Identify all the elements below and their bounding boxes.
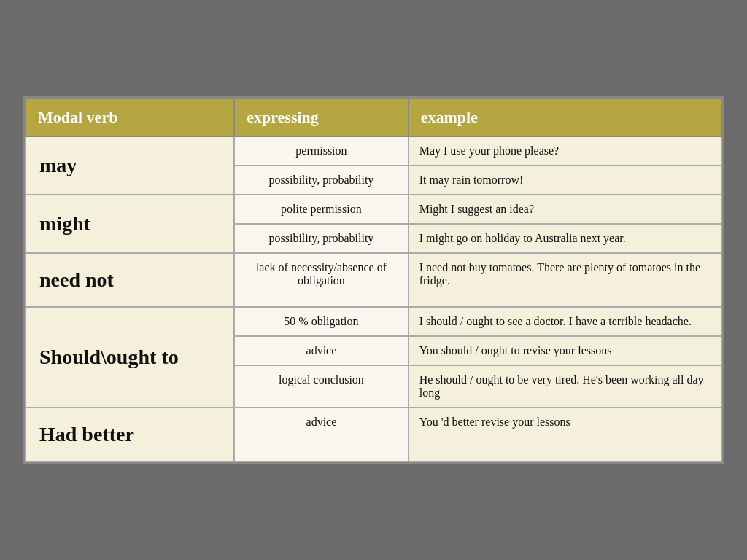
example-cell: You should / ought to revise your lesson…	[409, 336, 721, 365]
example-cell: May I use your phone please?	[409, 136, 721, 166]
modal-verb-cell: Had better	[26, 408, 234, 462]
table-row: maypermissionMay I use your phone please…	[26, 136, 721, 166]
expressing-cell: possibility, probability	[234, 166, 409, 195]
example-cell: I need not buy tomatoes. There are plent…	[409, 253, 721, 307]
modal-verb-cell: may	[26, 136, 234, 195]
example-cell: Might I suggest an idea?	[409, 195, 721, 224]
header-expressing: expressing	[234, 98, 409, 136]
expressing-cell: advice	[234, 408, 409, 462]
expressing-cell: polite permission	[234, 195, 409, 224]
example-cell: You 'd better revise your lessons	[409, 408, 721, 462]
example-cell: He should / ought to be very tired. He's…	[409, 365, 721, 408]
table-row: mightpolite permissionMight I suggest an…	[26, 195, 721, 224]
table-header: Modal verb expressing example	[26, 98, 721, 136]
expressing-cell: lack of necessity/absence of obligation	[234, 253, 409, 307]
example-cell: It may rain tomorrow!	[409, 166, 721, 195]
expressing-cell: permission	[234, 136, 409, 166]
table-row: Had betteradviceYou 'd better revise you…	[26, 408, 721, 462]
expressing-cell: possibility, probability	[234, 224, 409, 253]
expressing-cell: 50 % obligation	[234, 307, 409, 336]
table-row: need notlack of necessity/absence of obl…	[26, 253, 721, 307]
table-row: Should\ought to50 % obligationI should /…	[26, 307, 721, 336]
modal-verb-cell: might	[26, 195, 234, 253]
modal-verb-cell: need not	[26, 253, 234, 307]
header-example: example	[409, 98, 721, 136]
header-modal-verb: Modal verb	[26, 98, 234, 136]
expressing-cell: advice	[234, 336, 409, 365]
example-cell: I should / ought to see a doctor. I have…	[409, 307, 721, 336]
example-cell: I might go on holiday to Australia next …	[409, 224, 721, 253]
expressing-cell: logical conclusion	[234, 365, 409, 408]
modal-verb-cell: Should\ought to	[26, 307, 234, 408]
modal-verbs-table: Modal verb expressing example maypermiss…	[23, 96, 724, 464]
